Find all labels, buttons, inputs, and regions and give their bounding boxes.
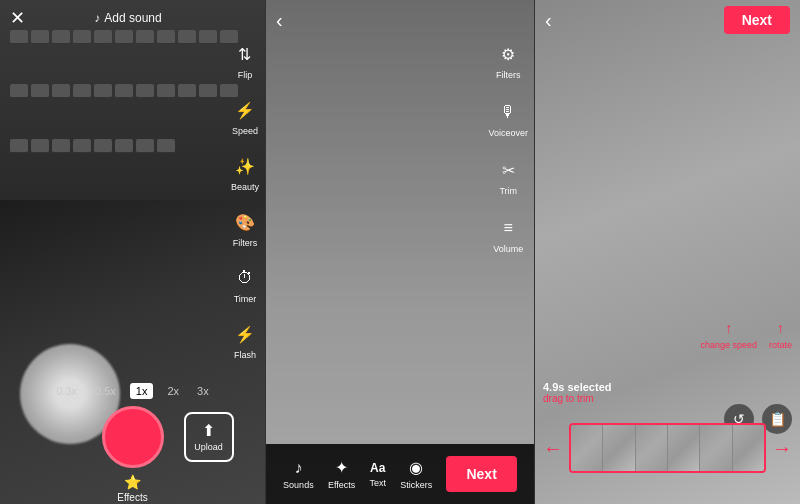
key [52, 139, 70, 153]
drag-text: drag to trim [543, 393, 612, 404]
frame-3 [636, 425, 667, 471]
beauty-label: Beauty [231, 182, 259, 192]
text-tool[interactable]: Aa Text [369, 461, 386, 488]
camera-panel: ✕ ♪ Add sound ⇅ Flip ⚡ Speed ✨ Beauty 🎨 … [0, 0, 265, 504]
flash-button[interactable]: ⚡ Flash [231, 320, 259, 360]
sounds-tool[interactable]: ♪ Sounds [283, 459, 314, 490]
music-icon: ♪ [94, 11, 100, 25]
key [178, 84, 196, 98]
key [31, 84, 49, 98]
volume-button[interactable]: ≡ Volume [493, 214, 523, 254]
effects-edit-label: Effects [328, 480, 355, 490]
volume-label: Volume [493, 244, 523, 254]
timer-icon: ⏱ [231, 264, 259, 292]
speed-button[interactable]: ⚡ Speed [231, 96, 259, 136]
filters-button[interactable]: 🎨 Filters [231, 208, 259, 248]
speed-icon: ⚡ [231, 96, 259, 124]
stickers-tool[interactable]: ◉ Stickers [400, 458, 432, 490]
timer-button[interactable]: ⏱ Timer [231, 264, 259, 304]
camera-top-bar: ✕ ♪ Add sound [0, 0, 265, 36]
key [136, 84, 154, 98]
rotate-text: rotate [769, 340, 792, 350]
effects-label: Effects [117, 492, 147, 503]
upload-button[interactable]: ⬆ Upload [184, 412, 234, 462]
speed-3x[interactable]: 3x [193, 383, 213, 399]
rotate-label: ↑ rotate [769, 320, 792, 350]
key [115, 139, 133, 153]
key [94, 139, 112, 153]
key [157, 84, 175, 98]
timer-label: Timer [234, 294, 257, 304]
speed-1x[interactable]: 1x [130, 383, 154, 399]
trim-icon: ✂ [494, 156, 522, 184]
record-button-inner [111, 415, 155, 459]
effects-tab[interactable]: ⭐ Effects [117, 474, 147, 503]
bottom-tabs: ⭐ Effects [117, 474, 147, 503]
text-label: Text [369, 478, 386, 488]
edit-panel: ‹ ⚙ Filters 🎙 Voiceover ✂ Trim ≡ Volume … [265, 0, 535, 504]
add-sound-button[interactable]: ♪ Add sound [94, 11, 161, 25]
add-sound-label: Add sound [104, 11, 161, 25]
sounds-label: Sounds [283, 480, 314, 490]
timeline-arrow-right[interactable]: → [772, 437, 792, 460]
beauty-button[interactable]: ✨ Beauty [231, 152, 259, 192]
flash-icon: ⚡ [231, 320, 259, 348]
speed-0.5x[interactable]: 0.5x [91, 383, 120, 399]
flip-icon: ⇅ [231, 40, 259, 68]
stickers-icon: ◉ [409, 458, 423, 477]
key [199, 84, 217, 98]
close-button[interactable]: ✕ [10, 7, 25, 29]
beauty-icon: ✨ [231, 152, 259, 180]
flash-label: Flash [234, 350, 256, 360]
effects-icon: ⭐ [124, 474, 141, 490]
edit-filters-icon: ⚙ [494, 40, 522, 68]
edit-filters-button[interactable]: ⚙ Filters [494, 40, 522, 80]
frame-6 [733, 425, 764, 471]
flip-label: Flip [238, 70, 253, 80]
voiceover-button[interactable]: 🎙 Voiceover [488, 98, 528, 138]
upload-icon: ⬆ [202, 421, 215, 440]
voiceover-label: Voiceover [488, 128, 528, 138]
camera-bottom: ⬆ Upload ⭐ Effects [0, 404, 265, 504]
trim-button[interactable]: ✂ Trim [494, 156, 522, 196]
key [115, 84, 133, 98]
selected-info: 4.9s selected drag to trim [543, 381, 612, 404]
trim-back-button[interactable]: ‹ [545, 9, 552, 32]
effects-tool[interactable]: ✦ Effects [328, 458, 355, 490]
next-button-edit[interactable]: Next [446, 456, 516, 492]
key [73, 139, 91, 153]
timeline-strip[interactable] [569, 423, 766, 473]
speed-2x[interactable]: 2x [163, 383, 183, 399]
change-speed-label: ↑ change speed [700, 320, 757, 350]
filters-label: Filters [233, 238, 258, 248]
timeline-frames [571, 425, 764, 471]
voiceover-icon: 🎙 [494, 98, 522, 126]
selected-text: 4.9s selected [543, 381, 612, 393]
speed-0.3x[interactable]: 0.3x [52, 383, 81, 399]
back-button[interactable]: ‹ [276, 9, 283, 32]
next-button-trim[interactable]: Next [724, 6, 790, 34]
record-button[interactable] [102, 406, 164, 468]
edit-right-tools: ⚙ Filters 🎙 Voiceover ✂ Trim ≡ Volume [488, 40, 528, 254]
record-row: ⬆ Upload [0, 406, 265, 468]
speed-selector: 0.3x 0.5x 1x 2x 3x [0, 383, 265, 399]
text-icon: Aa [370, 461, 385, 475]
frame-1 [571, 425, 602, 471]
key [10, 84, 28, 98]
flip-button[interactable]: ⇅ Flip [231, 40, 259, 80]
key [52, 84, 70, 98]
trim-panel: ‹ Next ↑ change speed ↑ rotate 4.9s sele… [535, 0, 800, 504]
volume-icon: ≡ [494, 214, 522, 242]
camera-right-toolbar: ⇅ Flip ⚡ Speed ✨ Beauty 🎨 Filters ⏱ Time… [231, 40, 259, 360]
trim-top-bar: ‹ Next [535, 0, 800, 40]
edit-filters-label: Filters [496, 70, 521, 80]
filters-icon: 🎨 [231, 208, 259, 236]
timeline-arrow-left[interactable]: ← [543, 437, 563, 460]
frame-4 [668, 425, 699, 471]
key [31, 139, 49, 153]
edit-bottom-toolbar: ♪ Sounds ✦ Effects Aa Text ◉ Stickers Ne… [266, 444, 534, 504]
key [157, 139, 175, 153]
key [136, 139, 154, 153]
frame-2 [603, 425, 634, 471]
edit-top-bar: ‹ [266, 0, 534, 40]
